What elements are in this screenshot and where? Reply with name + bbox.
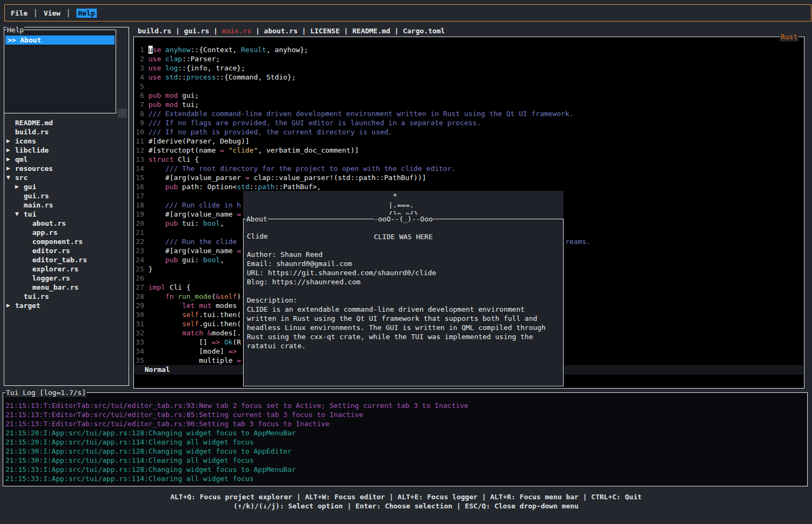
chevron-collapsed-icon[interactable]: ▶ bbox=[6, 301, 15, 310]
code-line-5[interactable]: 5 bbox=[134, 82, 804, 91]
line-number: 16 bbox=[134, 182, 144, 191]
explorer-item-qml[interactable]: ▶qml bbox=[4, 155, 129, 164]
explorer-item-icons[interactable]: ▶icons bbox=[4, 137, 129, 146]
code-token: process bbox=[186, 73, 216, 81]
tab-Cargo.toml[interactable]: Cargo.toml bbox=[403, 27, 445, 35]
explorer-item-explorer.rs[interactable]: explorer.rs bbox=[4, 264, 129, 274]
chevron-collapsed-icon[interactable]: ▶ bbox=[6, 155, 15, 164]
line-number: 28 bbox=[134, 292, 144, 301]
explorer-item-gui.rs[interactable]: gui.rs bbox=[4, 191, 129, 200]
tab-about.rs[interactable]: about.rs bbox=[264, 27, 298, 35]
line-number: 24 bbox=[134, 255, 144, 264]
code-line-11[interactable]: 11#[derive(Parser, Debug)] bbox=[134, 137, 804, 146]
menu-item-help[interactable]: Help bbox=[76, 9, 96, 18]
code-line-7[interactable]: 7pub mod tui; bbox=[134, 100, 804, 109]
ascii-art-line: * bbox=[389, 191, 418, 200]
code-token: self bbox=[182, 320, 199, 328]
log-entry: 21:15:30:I:App:src/tui/app.rs:128:Changi… bbox=[5, 447, 807, 456]
explorer-item-gui[interactable]: ▶gui bbox=[4, 182, 129, 191]
code-token: /// If no flags are provided, the GUI ed… bbox=[148, 119, 481, 127]
code-token: = bbox=[237, 356, 241, 364]
line-number: 29 bbox=[134, 301, 144, 310]
menu-item-view[interactable]: View bbox=[44, 9, 60, 18]
log-entry: 21:15:20:I:App:src/tui/app.rs:114:Cleari… bbox=[5, 437, 807, 447]
menu-separator: │ bbox=[33, 9, 38, 18]
code-token bbox=[224, 146, 229, 154]
explorer-item-logger.rs[interactable]: logger.rs bbox=[4, 274, 129, 283]
line-number: 8 bbox=[134, 109, 144, 118]
code-token: ::{Command, Stdio}; bbox=[216, 73, 296, 81]
line-number: 26 bbox=[134, 274, 144, 283]
explorer-item-menu_bar.rs[interactable]: menu_bar.rs bbox=[4, 283, 129, 292]
code-token: bool bbox=[203, 256, 220, 264]
about-text-line: Author: Shaun Reed bbox=[247, 250, 563, 259]
explorer-item-editor_tab.rs[interactable]: editor_tab.rs bbox=[4, 255, 129, 264]
code-line-12[interactable]: 12#[structopt(name = "clide", verbatim_d… bbox=[134, 146, 804, 155]
code-line-text: impl Cli { bbox=[148, 283, 190, 292]
code-token bbox=[148, 219, 165, 227]
chevron-expanded-icon[interactable]: ▼ bbox=[6, 173, 15, 182]
tab-README.md[interactable]: README.md bbox=[352, 27, 390, 35]
code-line-6[interactable]: 6pub mod gui; bbox=[134, 91, 804, 100]
explorer-item-target[interactable]: ▶target bbox=[4, 301, 129, 310]
explorer-item-src[interactable]: ▼src bbox=[4, 173, 129, 182]
chevron-expanded-icon[interactable]: ▼ bbox=[15, 210, 24, 219]
explorer-item-about.rs[interactable]: about.rs bbox=[4, 219, 129, 228]
explorer-item-tui[interactable]: ▼tui bbox=[4, 210, 129, 219]
code-token: pub bbox=[165, 183, 177, 191]
dropdown-item-about[interactable]: >> About bbox=[5, 35, 115, 45]
about-tagline: CLIDE WAS HERE bbox=[244, 232, 563, 241]
about-text-line: written in Rust using the Qt UI framewor… bbox=[247, 314, 563, 323]
line-number: 27 bbox=[134, 283, 144, 292]
explorer-item-tui.rs[interactable]: tui.rs bbox=[4, 292, 129, 301]
menu-item-file[interactable]: File bbox=[11, 9, 27, 18]
chevron-collapsed-icon[interactable]: ▶ bbox=[6, 146, 15, 155]
code-line-15[interactable]: 15 #[arg(value_parser = clap::value_pars… bbox=[134, 173, 804, 182]
explorer-item-app.rs[interactable]: app.rs bbox=[4, 228, 129, 237]
chevron-collapsed-icon[interactable]: ▶ bbox=[15, 182, 24, 191]
explorer-item-label: tui bbox=[24, 210, 36, 219]
code-token: :: bbox=[178, 73, 187, 81]
code-line-9[interactable]: 9/// If no flags are provided, the GUI e… bbox=[134, 118, 804, 127]
code-token bbox=[148, 320, 182, 328]
code-token: .gui.then( bbox=[199, 320, 241, 328]
code-token: #[arg(value_name bbox=[148, 210, 237, 218]
log-panel[interactable]: Tui Log [log=1.7/s] 21:15:13:T:EditorTab… bbox=[3, 392, 808, 486]
code-token: self bbox=[220, 292, 237, 300]
explorer-scrollbar-thumb[interactable] bbox=[118, 109, 127, 118]
explorer-item-libclide[interactable]: ▶libclide bbox=[4, 146, 129, 155]
line-number: 34 bbox=[134, 347, 144, 356]
chevron-collapsed-icon[interactable]: ▶ bbox=[6, 137, 15, 146]
explorer-item-main.rs[interactable]: main.rs bbox=[4, 200, 129, 210]
code-token: } bbox=[148, 265, 153, 273]
code-line-13[interactable]: 13struct Cli { bbox=[134, 155, 804, 164]
code-line-1[interactable]: 1use anyhow::{Context, Result, anyhow}; bbox=[134, 45, 804, 54]
code-line-16[interactable]: 16 pub path: Option<std::path::PathBuf>, bbox=[134, 182, 804, 191]
code-token bbox=[148, 256, 165, 264]
tab-gui.rs[interactable]: gui.rs bbox=[184, 27, 209, 35]
explorer-item-component.rs[interactable]: component.rs bbox=[4, 237, 129, 246]
code-line-2[interactable]: 2use clap::Parser; bbox=[134, 54, 804, 63]
code-token: impl bbox=[148, 283, 165, 291]
code-line-4[interactable]: 4use std::process::{Command, Stdio}; bbox=[134, 73, 804, 82]
code-line-8[interactable]: 8/// Extendable command-line driven deve… bbox=[134, 109, 804, 118]
code-line-14[interactable]: 14 /// The root directory for the projec… bbox=[134, 164, 804, 173]
code-token: pub bbox=[148, 91, 161, 99]
explorer-item-label: tui.rs bbox=[24, 292, 49, 301]
code-token: = bbox=[237, 210, 241, 218]
help-dropdown-menu: Help >> About bbox=[4, 30, 116, 113]
tree-indent bbox=[6, 127, 15, 137]
tab-build.rs[interactable]: build.rs bbox=[138, 27, 172, 35]
code-line-3[interactable]: 3use log::{info, trace}; bbox=[134, 63, 804, 73]
explorer-item-resources[interactable]: ▶resources bbox=[4, 164, 129, 173]
tab-LICENSE[interactable]: LICENSE bbox=[310, 27, 340, 35]
code-line-10[interactable]: 10/// If no path is provided, the curren… bbox=[134, 127, 804, 137]
code-line-text: pub mod tui; bbox=[148, 100, 199, 109]
explorer-item-label: menu_bar.rs bbox=[32, 283, 79, 292]
chevron-collapsed-icon[interactable]: ▶ bbox=[6, 164, 15, 173]
explorer-item-editor.rs[interactable]: editor.rs bbox=[4, 246, 129, 255]
code-line-text: self.tui.then( bbox=[148, 310, 241, 319]
tab-main.rs[interactable]: main.rs bbox=[222, 27, 252, 35]
explorer-item-build.rs[interactable]: build.rs bbox=[4, 127, 129, 137]
explorer-item-README.md[interactable]: README.md bbox=[4, 118, 129, 127]
